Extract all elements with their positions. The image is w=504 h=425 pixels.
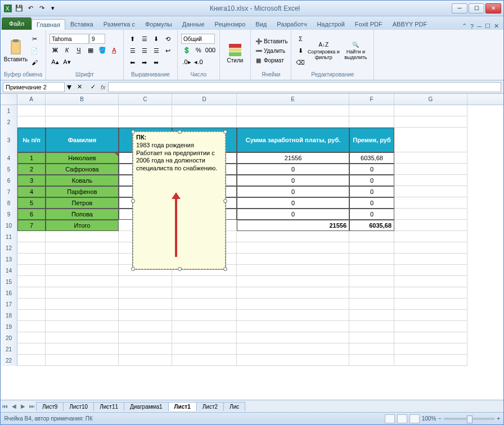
cell[interactable]: [394, 276, 467, 287]
align-right-button[interactable]: ☰: [151, 45, 162, 56]
cell[interactable]: [237, 310, 349, 321]
cell[interactable]: [394, 287, 467, 299]
row-header[interactable]: 22: [1, 355, 17, 366]
cell[interactable]: [394, 105, 467, 116]
cell[interactable]: [349, 299, 394, 310]
tab-formulas[interactable]: Формулы: [140, 19, 177, 30]
cell[interactable]: [46, 321, 119, 332]
border-button[interactable]: ▦: [85, 44, 96, 56]
cell[interactable]: [119, 332, 172, 343]
cell[interactable]: 2: [17, 164, 46, 175]
cell[interactable]: [17, 343, 46, 355]
tab-file[interactable]: Файл: [2, 17, 32, 30]
col-e[interactable]: E: [237, 94, 349, 105]
tab-data[interactable]: Данные: [177, 19, 210, 30]
cell[interactable]: [46, 242, 119, 254]
cell[interactable]: [17, 116, 46, 128]
cell[interactable]: [349, 231, 394, 242]
cell[interactable]: [17, 231, 46, 242]
cell[interactable]: № п/п: [17, 128, 46, 152]
cell[interactable]: [394, 197, 467, 209]
tab-foxit[interactable]: Foxit PDF: [350, 19, 388, 30]
cell[interactable]: [237, 231, 349, 242]
cell[interactable]: 6035,68: [349, 220, 394, 231]
col-g[interactable]: G: [394, 94, 467, 105]
sheet-tab[interactable]: Лист11: [93, 402, 124, 411]
row-header[interactable]: 7: [1, 186, 17, 197]
cell[interactable]: [349, 343, 394, 355]
redo-button[interactable]: ↷: [37, 3, 47, 13]
cell[interactable]: 21556: [237, 220, 349, 231]
cell[interactable]: [394, 321, 467, 332]
cell[interactable]: [237, 299, 349, 310]
resize-handle-b[interactable]: [178, 267, 182, 271]
resize-handle-r[interactable]: [223, 199, 227, 203]
col-c[interactable]: C: [119, 94, 172, 105]
fill-color-button[interactable]: 🪣: [97, 44, 108, 56]
row-header[interactable]: 1: [1, 105, 17, 116]
row-header[interactable]: 17: [1, 299, 17, 310]
resize-handle-l[interactable]: [131, 199, 135, 203]
cell[interactable]: [394, 231, 467, 242]
cell[interactable]: [46, 254, 119, 265]
col-d[interactable]: D: [172, 94, 237, 105]
cell[interactable]: [46, 105, 119, 116]
cell[interactable]: [237, 105, 349, 116]
qat-dropdown[interactable]: ▾: [48, 3, 58, 13]
font-name-combo[interactable]: [50, 34, 89, 44]
comment-popup[interactable]: ПК: 1983 года рождения Работает на предп…: [133, 132, 226, 269]
cell[interactable]: [349, 265, 394, 276]
cell[interactable]: [237, 276, 349, 287]
cell[interactable]: [172, 276, 237, 287]
minimize-button[interactable]: ─: [452, 3, 467, 13]
cell[interactable]: [119, 310, 172, 321]
cell[interactable]: Николаев: [46, 152, 119, 164]
cell[interactable]: 0: [349, 164, 394, 175]
undo-button[interactable]: ↶: [25, 3, 35, 13]
row-header[interactable]: 4: [1, 152, 17, 164]
cell[interactable]: [17, 332, 46, 343]
cell[interactable]: [17, 242, 46, 254]
merge-button[interactable]: ⬌: [151, 57, 162, 68]
name-box[interactable]: [3, 82, 65, 92]
cell[interactable]: [17, 287, 46, 299]
tab-insert[interactable]: Вставка: [65, 19, 98, 30]
tab-view[interactable]: Вид: [250, 19, 272, 30]
row-header[interactable]: 21: [1, 343, 17, 355]
cell[interactable]: [349, 116, 394, 128]
font-size-combo[interactable]: [89, 34, 105, 44]
cell[interactable]: [394, 152, 467, 164]
cell[interactable]: [394, 332, 467, 343]
cell[interactable]: [172, 310, 237, 321]
view-normal-button[interactable]: [385, 414, 395, 423]
cell[interactable]: [172, 332, 237, 343]
cell[interactable]: 6: [17, 209, 46, 220]
confirm-formula-button[interactable]: ✓: [87, 82, 98, 93]
cell[interactable]: [172, 299, 237, 310]
increase-decimal-button[interactable]: .0▸: [181, 56, 192, 67]
orientation-button[interactable]: ⟲: [163, 33, 174, 44]
zoom-out-button[interactable]: −: [438, 415, 442, 422]
row-header[interactable]: 13: [1, 254, 17, 265]
cell[interactable]: [349, 242, 394, 254]
cell[interactable]: Петров: [46, 197, 119, 209]
cell[interactable]: [394, 164, 467, 175]
sheet-nav-last[interactable]: ⏭: [28, 402, 37, 411]
autosum-button[interactable]: Σ: [295, 33, 306, 44]
tab-addins[interactable]: Надстрой: [312, 19, 349, 30]
resize-handle-br[interactable]: [223, 267, 227, 271]
align-bottom-button[interactable]: ⬇: [151, 33, 162, 44]
cell[interactable]: [394, 186, 467, 197]
resize-handle-bl[interactable]: [131, 267, 135, 271]
row-header[interactable]: 2: [1, 116, 17, 128]
comma-button[interactable]: 000: [205, 44, 216, 56]
cell[interactable]: [119, 276, 172, 287]
cell[interactable]: 0: [349, 186, 394, 197]
cell[interactable]: Попова: [46, 209, 119, 220]
tab-developer[interactable]: Разработч: [272, 19, 312, 30]
cell[interactable]: [394, 254, 467, 265]
bold-button[interactable]: Ж: [50, 44, 61, 56]
sheet-nav-prev[interactable]: ◀: [10, 402, 19, 411]
percent-button[interactable]: %: [193, 44, 204, 56]
maximize-button[interactable]: ☐: [469, 3, 484, 13]
